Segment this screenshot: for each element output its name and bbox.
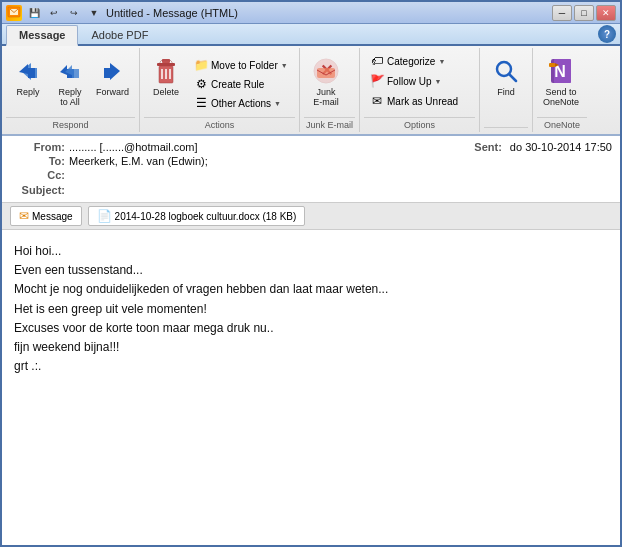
window-title: Untitled - Message (HTML) xyxy=(106,7,238,19)
folder-icon: 📁 xyxy=(194,58,208,72)
actions-group-content: Delete 📁 Move to Folder ▼ ⚙ Create Rule … xyxy=(144,48,295,117)
find-group: Find xyxy=(480,48,533,132)
message-body[interactable]: Hoi hoi... Even een tussenstand... Mocht… xyxy=(2,230,620,545)
onenote-group-content: N Send toOneNote xyxy=(537,48,587,117)
tab-message[interactable]: Message xyxy=(6,25,78,46)
categorize-arrow: ▼ xyxy=(438,58,445,65)
forward-label: Forward xyxy=(96,88,129,98)
categorize-icon: 🏷 xyxy=(370,54,384,68)
actions-small-group: 📁 Move to Folder ▼ ⚙ Create Rule ☰ Other… xyxy=(190,56,292,112)
maximize-button[interactable]: □ xyxy=(574,5,594,21)
cc-label: Cc: xyxy=(10,169,65,181)
delete-icon xyxy=(150,55,182,87)
find-icon xyxy=(490,55,522,87)
follow-up-label: Follow Up xyxy=(387,76,431,87)
from-row: From: ......... [.......@hotmail.com] Se… xyxy=(10,140,612,154)
create-rule-button[interactable]: ⚙ Create Rule xyxy=(190,75,292,93)
to-label: To: xyxy=(10,155,65,167)
title-bar-left: 💾 ↩ ↪ ▼ Untitled - Message (HTML) xyxy=(6,5,238,21)
find-button[interactable]: Find xyxy=(486,52,526,101)
ribbon-help-button[interactable]: ? xyxy=(598,25,616,43)
svg-line-12 xyxy=(509,74,516,81)
reply-all-icon xyxy=(54,55,86,87)
mark-unread-label: Mark as Unread xyxy=(387,96,458,107)
rule-icon: ⚙ xyxy=(194,77,208,91)
app-icon xyxy=(6,5,22,21)
file-name: 2014-10-28 logboek cultuur.docx (18 KB) xyxy=(115,211,297,222)
body-line5: Excuses voor de korte toon maar mega dru… xyxy=(14,319,608,338)
quick-menu-arrow[interactable]: ▼ xyxy=(86,6,102,20)
respond-group: Reply Replyto All xyxy=(2,48,140,132)
unread-icon: ✉ xyxy=(370,94,384,108)
junk-group: ✕ JunkE-mail Junk E-mail xyxy=(300,48,360,132)
message-tab[interactable]: ✉ Message xyxy=(10,206,82,226)
reply-all-button[interactable]: Replyto All xyxy=(50,52,90,111)
subject-row: Subject: xyxy=(10,182,612,198)
junk-icon: ✕ xyxy=(310,55,342,87)
minimize-button[interactable]: ─ xyxy=(552,5,572,21)
other-actions-button[interactable]: ☰ Other Actions ▼ xyxy=(190,94,292,112)
message-tab-label: Message xyxy=(32,211,73,222)
respond-group-label: Respond xyxy=(6,117,135,132)
onenote-icon: N xyxy=(545,55,577,87)
ribbon-tabs: Message Adobe PDF ? xyxy=(2,24,620,46)
file-attachment[interactable]: 📄 2014-10-28 logboek cultuur.docx (18 KB… xyxy=(88,206,306,226)
body-line1: Hoi hoi... xyxy=(14,242,608,261)
quick-undo[interactable]: ↩ xyxy=(46,6,62,20)
reply-button[interactable]: Reply xyxy=(8,52,48,101)
svg-rect-16 xyxy=(549,63,555,67)
subject-label: Subject: xyxy=(10,184,65,196)
onenote-group-label: OneNote xyxy=(537,117,587,132)
move-to-folder-label: Move to Folder xyxy=(211,60,278,71)
cc-row: Cc: xyxy=(10,168,612,182)
send-onenote-button[interactable]: N Send toOneNote xyxy=(539,52,583,111)
to-row: To: Meerkerk, E.M. van (Edwin); xyxy=(10,154,612,168)
body-line3: Mocht je nog onduidelijkeden of vragen h… xyxy=(14,280,608,299)
junk-group-content: ✕ JunkE-mail xyxy=(304,48,355,117)
tab-adobe-pdf[interactable]: Adobe PDF xyxy=(78,25,161,44)
options-group-label: Options xyxy=(364,117,475,132)
create-rule-label: Create Rule xyxy=(211,79,264,90)
email-header: From: ......... [.......@hotmail.com] Se… xyxy=(2,136,620,203)
body-line4: Het is een greep uit vele momenten! xyxy=(14,300,608,319)
window-controls: ─ □ ✕ xyxy=(552,5,616,21)
reply-all-label: Replyto All xyxy=(58,88,81,108)
move-to-folder-button[interactable]: 📁 Move to Folder ▼ xyxy=(190,56,292,74)
followup-arrow: ▼ xyxy=(434,78,441,85)
ribbon: Reply Replyto All xyxy=(2,46,620,136)
body-line2: Even een tussenstand... xyxy=(14,261,608,280)
move-folder-arrow: ▼ xyxy=(281,62,288,69)
onenote-label: Send toOneNote xyxy=(543,88,579,108)
follow-up-button[interactable]: 🚩 Follow Up ▼ xyxy=(366,72,445,90)
junk-label: JunkE-mail xyxy=(313,88,339,108)
reply-label: Reply xyxy=(16,88,39,98)
sent-label: Sent: xyxy=(474,141,502,153)
quick-save[interactable]: 💾 xyxy=(26,6,42,20)
email-window: 💾 ↩ ↪ ▼ Untitled - Message (HTML) ─ □ ✕ … xyxy=(0,0,622,547)
find-group-content: Find xyxy=(484,48,528,127)
title-bar: 💾 ↩ ↪ ▼ Untitled - Message (HTML) ─ □ ✕ xyxy=(2,2,620,24)
find-label: Find xyxy=(497,88,515,98)
actions-group: Delete 📁 Move to Folder ▼ ⚙ Create Rule … xyxy=(140,48,300,132)
other-actions-arrow: ▼ xyxy=(274,100,281,107)
sent-value: do 30-10-2014 17:50 xyxy=(510,141,612,153)
onenote-group: N Send toOneNote OneNote xyxy=(533,48,591,132)
options-group-content: 🏷 Categorize ▼ 🚩 Follow Up ▼ ✉ Mark as U… xyxy=(364,48,475,117)
body-line7: grt .:. xyxy=(14,357,608,376)
actions-group-label: Actions xyxy=(144,117,295,132)
forward-button[interactable]: Forward xyxy=(92,52,133,101)
categorize-label: Categorize xyxy=(387,56,435,67)
reply-icon xyxy=(12,55,44,87)
other-actions-label: Other Actions xyxy=(211,98,271,109)
quick-redo[interactable]: ↪ xyxy=(66,6,82,20)
respond-group-content: Reply Replyto All xyxy=(6,48,135,117)
junk-email-button[interactable]: ✕ JunkE-mail xyxy=(306,52,346,111)
categorize-button[interactable]: 🏷 Categorize ▼ xyxy=(366,52,449,70)
message-tab-icon: ✉ xyxy=(19,209,29,223)
delete-button[interactable]: Delete xyxy=(146,52,186,101)
close-button[interactable]: ✕ xyxy=(596,5,616,21)
delete-label: Delete xyxy=(153,88,179,98)
mark-unread-button[interactable]: ✉ Mark as Unread xyxy=(366,92,462,110)
file-icon: 📄 xyxy=(97,209,112,223)
find-group-label xyxy=(484,127,528,132)
